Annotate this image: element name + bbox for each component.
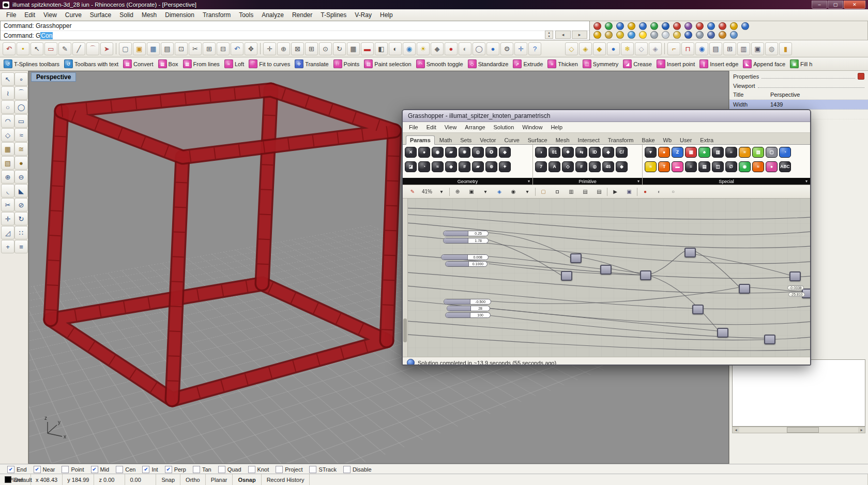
export-icon[interactable]: ⊡ (175, 42, 188, 55)
gh-tab[interactable]: Bake (638, 136, 659, 144)
param-circle-icon[interactable]: ◉ (432, 147, 444, 158)
tsplines-button[interactable]: ▦ Box (157, 59, 180, 69)
tsplines-button[interactable]: ✛ Translate (293, 59, 330, 69)
monitor-icon[interactable]: ▥ (712, 147, 724, 158)
wave-icon[interactable]: ≈ (752, 161, 764, 172)
checkbox-icon[interactable] (91, 466, 98, 473)
sketch-pen-icon[interactable]: ✎ (406, 187, 419, 197)
flag-icon[interactable]: ➤ (100, 42, 113, 55)
render-toolbar-icon[interactable] (729, 22, 738, 31)
split-panel-icon[interactable]: ◫ (712, 161, 724, 172)
gray-diamond-icon[interactable]: ◇ (635, 42, 648, 55)
gh-tab[interactable]: Intersect (574, 136, 603, 144)
split-icon[interactable]: ⊘ (14, 198, 28, 211)
gradient2-icon[interactable]: ▧ (752, 147, 764, 158)
slider-icon[interactable]: ▬ (672, 161, 683, 172)
osnap-checkbox[interactable]: Quad (218, 466, 241, 473)
lamp-icon[interactable]: ☀ (417, 42, 430, 55)
undo-view-icon[interactable]: ↶ (3, 42, 16, 55)
gh-menu-item[interactable]: Window (518, 123, 546, 131)
param-gem-icon[interactable]: ◈ (445, 161, 457, 172)
checkbox-icon[interactable] (276, 466, 283, 473)
command-scroll-right-button[interactable]: ▸ (572, 31, 587, 39)
param-target-icon[interactable]: ◎ (472, 147, 484, 158)
move-icon[interactable]: ✛ (263, 42, 276, 55)
render-toolbar-icon[interactable] (718, 31, 727, 39)
zui-icon[interactable]: Z (672, 147, 683, 158)
checkbox-icon[interactable] (343, 466, 351, 473)
param-quarter-icon[interactable]: ◔ (418, 161, 430, 172)
checkbox-icon[interactable] (309, 466, 316, 473)
toolbar-icon[interactable] (542, 43, 564, 55)
menu-item[interactable]: Dimension (161, 10, 199, 20)
osnap-checkbox[interactable]: Tan (193, 466, 211, 473)
gh-tab[interactable]: Vector (476, 136, 499, 144)
snowflake-icon[interactable]: ❄ (621, 42, 634, 55)
scroll-left-icon[interactable]: ◂ (733, 427, 739, 433)
solve-play-icon[interactable]: ▶ (609, 187, 621, 197)
blue-sphere-icon[interactable]: ● (607, 42, 620, 55)
tsplines-button[interactable]: ∥ Insert edge (698, 59, 740, 69)
render-toolbar-icon[interactable] (706, 22, 715, 31)
wireframe-sphere-icon[interactable]: ◯ (473, 42, 485, 55)
param-box-icon[interactable]: ▰ (445, 147, 457, 158)
tsplines-button[interactable]: ⇗ Extrude (511, 59, 544, 69)
prim-solid-icon[interactable]: ◆ (616, 161, 628, 172)
line-icon[interactable]: ╱ (72, 42, 85, 55)
render-toolbar-icon[interactable] (661, 22, 670, 31)
osnap-checkbox[interactable]: Point (62, 466, 84, 473)
menu-item[interactable]: View (39, 10, 61, 20)
zoom-icon[interactable]: ⊕ (277, 42, 290, 55)
param-hash-icon[interactable]: # (459, 161, 470, 172)
null-icon[interactable]: ∅ (725, 161, 737, 172)
menu-item[interactable]: Solid (115, 10, 138, 20)
tsplines-button[interactable]: ◣ Append face (741, 59, 787, 69)
lock-icon[interactable]: ◆ (431, 42, 444, 55)
osnap-checkbox[interactable]: Disable (343, 466, 372, 473)
menu-item[interactable]: Edit (20, 10, 39, 20)
zoom-caret-icon[interactable]: ▾ (435, 187, 448, 197)
pan-hand-icon[interactable]: ✥ (245, 42, 257, 55)
point-icon[interactable]: • (17, 42, 29, 55)
gh-tab[interactable]: Mesh (552, 136, 573, 144)
list2-icon[interactable]: ≡ (685, 161, 697, 172)
command-spinner[interactable]: ▴▾ (545, 31, 553, 39)
menu-item[interactable]: Mesh (138, 10, 161, 20)
cut-icon[interactable]: ✂ (189, 42, 202, 55)
prim-swap-icon[interactable]: ⇆ (575, 147, 587, 158)
cplane-icon[interactable]: + (1, 240, 14, 253)
gh-tab[interactable]: Transform (604, 136, 637, 144)
rectangle-icon[interactable]: ▭ (44, 42, 57, 55)
menu-item[interactable]: Analyze (257, 10, 288, 20)
checkbox-icon[interactable] (142, 466, 149, 473)
menu-item[interactable]: Tools (235, 10, 257, 20)
checkbox-icon[interactable] (116, 466, 123, 473)
preview-eye-icon[interactable]: ◉ (507, 187, 520, 197)
param-diamond-icon[interactable]: ◈ (499, 147, 511, 158)
monitor-icon[interactable]: ▣ (751, 42, 764, 55)
sketch-icon[interactable]: ≈ (14, 128, 28, 142)
gh-toolbar-icon[interactable] (607, 188, 607, 196)
param-curve-icon[interactable]: ≈ (432, 161, 444, 172)
viewport-title[interactable]: Perspective (31, 72, 76, 82)
gold-filter2-icon[interactable]: ◈ (579, 42, 592, 55)
axes-icon[interactable]: ✛ (514, 42, 527, 55)
menu-item[interactable]: File (2, 10, 20, 20)
pencil-icon[interactable]: ✎ (58, 42, 71, 55)
maximize-button[interactable]: ▢ (828, 1, 843, 9)
hook-icon[interactable]: ⌐ (667, 42, 680, 55)
render-toolbar-icon[interactable] (706, 31, 715, 39)
tsplines-button[interactable]: ▧ Paint selection (362, 59, 413, 69)
menu-item[interactable]: Transform (199, 10, 235, 20)
checkbox-icon[interactable] (248, 466, 255, 473)
property-row[interactable]: Width 1439 (729, 100, 868, 110)
prim-c-icon[interactable]: C/ (616, 147, 628, 158)
arc-icon[interactable]: ◠ (1, 114, 14, 128)
checkbox-icon[interactable] (193, 466, 200, 473)
text-icon[interactable]: T (658, 161, 670, 172)
interp-curve-icon[interactable]: ⌒ (14, 86, 28, 100)
globe-icon[interactable]: ◉ (739, 161, 751, 172)
array-icon[interactable]: ∷ (14, 226, 28, 239)
osnap-checkbox[interactable]: Near (34, 466, 55, 473)
difference-icon[interactable]: ⊖ (14, 170, 28, 184)
